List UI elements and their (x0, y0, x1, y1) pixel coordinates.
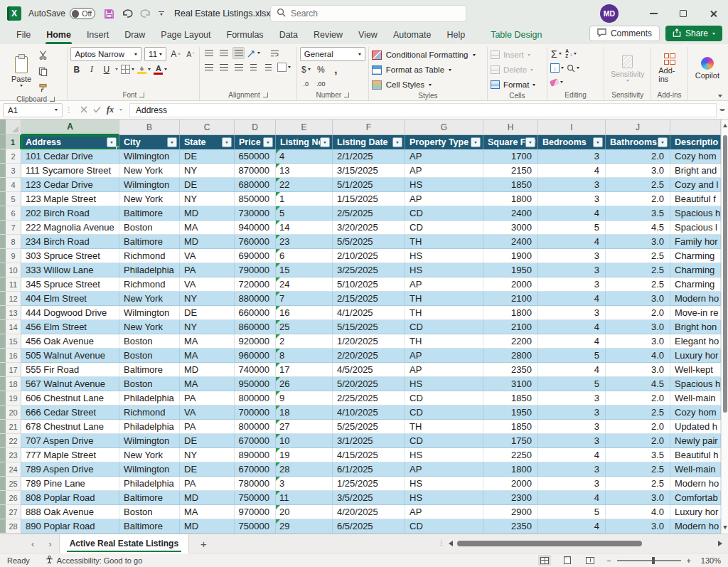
column-header-C[interactable]: C (180, 120, 235, 135)
enter-entry-icon[interactable] (93, 105, 101, 115)
cell-H14[interactable]: 2100 (483, 320, 538, 334)
row-header-8[interactable]: 8 (0, 235, 21, 249)
cell-B16[interactable]: Boston (119, 349, 180, 363)
cell-C9[interactable]: VA (180, 249, 235, 263)
format-cells-button[interactable]: Format (491, 78, 535, 91)
cell-H5[interactable]: 1800 (483, 192, 538, 206)
cell-K3[interactable]: Bright and (670, 164, 721, 178)
cell-E19[interactable]: 9 (276, 391, 333, 406)
shrink-font-icon[interactable]: Aˇ (184, 48, 196, 60)
header-cell-K[interactable]: Description (670, 135, 721, 149)
cell-B27[interactable]: Boston (119, 505, 180, 519)
cell-A10[interactable]: 333 Willow Lane (21, 263, 119, 277)
cell-E24[interactable]: 28 (276, 462, 333, 477)
cell-D3[interactable]: 870000 (235, 164, 276, 178)
normal-view-icon[interactable] (538, 555, 551, 566)
cut-icon[interactable] (38, 50, 48, 63)
align-bottom-icon[interactable] (232, 47, 245, 59)
horizontal-scrollbar[interactable] (457, 541, 714, 546)
cell-K15[interactable]: Elegant ho (670, 334, 721, 349)
cell-K23[interactable]: Beautiful h (670, 448, 721, 462)
cell-K8[interactable]: Family hor (670, 235, 721, 249)
filter-button[interactable] (593, 137, 603, 147)
cell-C21[interactable]: PA (180, 420, 235, 434)
cell-I28[interactable]: 4 (538, 519, 606, 534)
cell-F21[interactable]: 5/25/2025 (333, 420, 405, 434)
tab-help[interactable]: Help (439, 27, 473, 44)
cell-J27[interactable]: 4.0 (606, 505, 670, 519)
cell-H8[interactable]: 2400 (483, 235, 538, 249)
filter-button[interactable] (392, 137, 402, 147)
column-header-clipped[interactable] (670, 120, 721, 135)
cell-G25[interactable]: HS (405, 477, 483, 491)
cell-J28[interactable]: 3.0 (606, 519, 670, 534)
tab-data[interactable]: Data (272, 27, 306, 44)
cell-H2[interactable]: 1700 (483, 149, 538, 164)
row-header-26[interactable]: 26 (0, 491, 21, 505)
fill-down-icon[interactable]: ↓ (550, 62, 564, 74)
cell-K24[interactable]: Well-main (670, 462, 721, 477)
cell-G9[interactable]: HS (405, 249, 483, 263)
row-header-18[interactable]: 18 (0, 377, 21, 391)
cell-K9[interactable]: Charming (670, 249, 721, 263)
percent-format-icon[interactable]: % (315, 63, 327, 75)
cell-E23[interactable]: 19 (276, 448, 333, 462)
cell-K27[interactable]: Luxury hor (670, 505, 721, 519)
cell-A28[interactable]: 890 Poplar Road (21, 519, 119, 534)
column-header-I[interactable]: I (538, 120, 606, 135)
cell-K7[interactable]: Spacious l (670, 221, 721, 235)
copy-icon[interactable] (38, 66, 48, 79)
zoom-level[interactable]: 130% (697, 556, 721, 565)
cell-J3[interactable]: 3.0 (606, 164, 670, 178)
cell-C19[interactable]: PA (180, 391, 235, 406)
cell-C6[interactable]: MD (180, 206, 235, 221)
cell-C27[interactable]: MA (180, 505, 235, 519)
zoom-in-icon[interactable]: + (687, 556, 691, 565)
cell-F6[interactable]: 2/5/2025 (333, 206, 405, 221)
cell-A9[interactable]: 303 Spruce Street (21, 249, 119, 263)
cell-G24[interactable]: AP (405, 462, 483, 477)
cell-H28[interactable]: 2350 (483, 519, 538, 534)
cell-E5[interactable]: 1 (276, 192, 333, 206)
cell-K5[interactable]: Beautiful f (670, 192, 721, 206)
increase-decimal-icon[interactable]: .0 (300, 78, 312, 90)
cell-G20[interactable]: CD (405, 406, 483, 420)
align-middle-icon[interactable] (218, 47, 230, 59)
cell-I19[interactable]: 3 (538, 391, 606, 406)
format-painter-icon[interactable] (38, 83, 48, 95)
cell-C10[interactable]: PA (180, 263, 235, 277)
filter-button[interactable] (167, 137, 177, 147)
cell-G14[interactable]: CD (405, 320, 483, 334)
cell-J8[interactable]: 3.0 (606, 235, 670, 249)
cell-D19[interactable]: 800000 (235, 391, 276, 406)
cell-D10[interactable]: 790000 (235, 263, 276, 277)
cell-D20[interactable]: 700000 (235, 406, 276, 420)
cell-H6[interactable]: 2400 (483, 206, 538, 221)
scroll-down-icon[interactable] (723, 526, 727, 529)
conditional-formatting-button[interactable]: Conditional Formatting (372, 48, 476, 61)
cell-B28[interactable]: Baltimore (119, 519, 180, 534)
tab-automate[interactable]: Automate (385, 27, 439, 44)
cell-B14[interactable]: New York (119, 320, 180, 334)
cell-C13[interactable]: DE (180, 306, 235, 320)
bold-icon[interactable]: B (70, 63, 82, 75)
column-header-F[interactable]: F (333, 120, 405, 135)
cell-F23[interactable]: 4/15/2025 (333, 448, 405, 462)
cell-C14[interactable]: NY (180, 320, 235, 334)
cell-A4[interactable]: 123 Cedar Drive (21, 178, 119, 192)
cell-F7[interactable]: 3/20/2025 (333, 221, 405, 235)
cell-C24[interactable]: DE (180, 462, 235, 477)
cell-F11[interactable]: 5/10/2025 (333, 277, 405, 292)
cell-J12[interactable]: 3.0 (606, 292, 670, 306)
header-cell-D[interactable]: Price (235, 135, 276, 149)
cell-A7[interactable]: 222 Magnolia Avenue (21, 221, 119, 235)
cell-K17[interactable]: Well-kept (670, 363, 721, 377)
row-header-17[interactable]: 17 (0, 363, 21, 377)
cell-I5[interactable]: 3 (538, 192, 606, 206)
cell-C17[interactable]: MD (180, 363, 235, 377)
cell-G5[interactable]: AP (405, 192, 483, 206)
row-header-3[interactable]: 3 (0, 164, 21, 178)
cell-D8[interactable]: 760000 (235, 235, 276, 249)
row-header-9[interactable]: 9 (0, 249, 21, 263)
cell-J9[interactable]: 2.5 (606, 249, 670, 263)
